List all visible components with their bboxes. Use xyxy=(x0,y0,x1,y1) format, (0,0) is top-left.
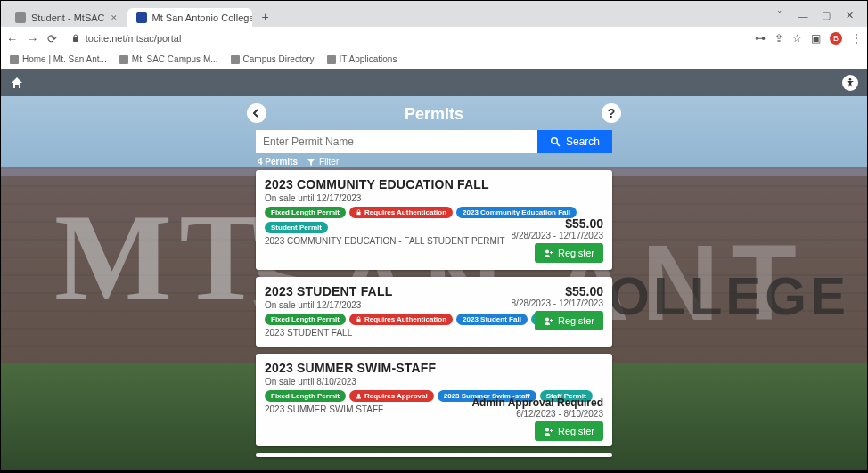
permit-price: $55.00 xyxy=(512,284,603,298)
bookmark-item[interactable]: Home | Mt. San Ant... xyxy=(10,54,107,64)
bookmark-icon xyxy=(327,55,336,64)
favicon-icon xyxy=(136,12,147,23)
search-row: Search xyxy=(256,130,612,153)
search-input[interactable] xyxy=(256,130,537,153)
results-meta: 4 Permits Filter xyxy=(256,153,612,170)
portal-background: MT. SAN ANT NIO COLLEGE Permits ? Search… xyxy=(0,69,868,471)
svg-point-9 xyxy=(545,428,549,431)
reload-icon[interactable]: ⟳ xyxy=(47,32,57,45)
permit-card-peek xyxy=(256,453,612,457)
lock-icon xyxy=(71,34,80,43)
permit-card: 2023 STUDENT FALL On sale until 12/17/20… xyxy=(256,277,612,347)
star-icon[interactable]: ☆ xyxy=(792,32,802,45)
svg-point-8 xyxy=(357,394,360,396)
filter-label: Filter xyxy=(319,157,339,167)
help-button[interactable]: ? xyxy=(602,103,621,123)
register-button[interactable]: Register xyxy=(535,421,603,441)
svg-rect-6 xyxy=(356,319,360,322)
bookmark-item[interactable]: IT Applications xyxy=(327,54,397,64)
register-label: Register xyxy=(558,315,594,326)
back-button[interactable] xyxy=(247,103,266,123)
window-controls: ˅ — ▢ ✕ xyxy=(767,10,862,27)
minimize-icon[interactable]: — xyxy=(798,11,808,21)
permit-card: 2023 COMMUNITY EDUCATION FALL On sale un… xyxy=(256,170,612,270)
sale-until: On sale until 12/17/2023 xyxy=(265,193,603,203)
browser-toolbar: ← → ⟳ ⊶ ⇪ ☆ ▣ B ⋮ xyxy=(0,27,868,50)
user-plus-icon xyxy=(544,316,553,326)
user-plus-icon xyxy=(544,427,553,436)
tab-title: Student - MtSAC xyxy=(31,12,105,23)
browser-tab[interactable]: Student - MtSAC ✕ xyxy=(6,8,127,27)
svg-rect-0 xyxy=(73,37,78,42)
permit-title: 2023 SUMMER SWIM-STAFF xyxy=(265,361,603,375)
forward-icon[interactable]: → xyxy=(27,32,38,45)
close-icon[interactable]: ✕ xyxy=(111,14,119,22)
svg-point-2 xyxy=(552,138,558,144)
lock-icon xyxy=(356,209,362,216)
bookmark-item[interactable]: Campus Directory xyxy=(231,54,315,64)
url-input[interactable] xyxy=(86,33,741,44)
permit-dates: 8/28/2023 - 12/17/2023 xyxy=(512,298,603,308)
permit-dates: 8/28/2023 - 12/17/2023 xyxy=(512,231,603,241)
filter-button[interactable]: Filter xyxy=(307,157,339,167)
key-icon[interactable]: ⊶ xyxy=(755,32,766,45)
share-icon[interactable]: ⇪ xyxy=(774,32,783,45)
register-label: Register xyxy=(558,426,594,436)
page-title: Permits xyxy=(405,105,463,124)
site-top-bar xyxy=(1,69,867,96)
new-tab-button[interactable]: + xyxy=(256,7,275,27)
search-icon xyxy=(550,136,561,147)
close-window-icon[interactable]: ✕ xyxy=(844,10,855,21)
tag-requires-auth: Requires Authentication xyxy=(349,207,453,218)
tag-student-permit: Student Permit xyxy=(265,222,328,233)
tab-title: Mt San Antonio College Citizen I xyxy=(152,12,252,23)
permit-dates: 6/12/2023 - 8/10/2023 xyxy=(471,409,603,419)
svg-point-5 xyxy=(545,249,549,253)
bookmark-item[interactable]: Mt. SAC Campus M... xyxy=(119,54,218,64)
accessibility-icon[interactable] xyxy=(842,75,858,91)
browser-tab-active[interactable]: Mt San Antonio College Citizen I ✕ xyxy=(127,8,252,27)
bookmark-label: IT Applications xyxy=(340,54,397,64)
center-column: Permits ? Search 4 Permits Filter 2023 C… xyxy=(256,102,612,457)
arrow-left-icon xyxy=(251,108,262,118)
permit-card: 2023 SUMMER SWIM-STAFF On sale until 8/1… xyxy=(256,354,612,446)
extensions-icon[interactable]: ▣ xyxy=(811,32,821,45)
tag-fixed-length: Fixed Length Permit xyxy=(265,390,346,402)
tag-requires-approval: Requires Approval xyxy=(349,390,434,402)
sale-until: On sale until 8/10/2023 xyxy=(265,377,603,387)
chevron-down-icon[interactable]: ˅ xyxy=(774,10,785,21)
user-icon xyxy=(356,393,362,399)
register-label: Register xyxy=(558,248,594,258)
svg-point-7 xyxy=(545,317,549,321)
search-button[interactable]: Search xyxy=(537,130,612,153)
svg-rect-4 xyxy=(356,212,360,215)
bookmark-label: Campus Directory xyxy=(243,54,315,64)
tag-fixed-length: Fixed Length Permit xyxy=(265,207,346,218)
favicon-icon xyxy=(15,12,26,23)
bookmark-icon xyxy=(231,55,240,64)
tag-requires-auth: Requires Authentication xyxy=(349,314,453,325)
menu-icon[interactable]: ⋮ xyxy=(851,32,862,45)
permit-price: $55.00 xyxy=(512,216,603,231)
bookmarks-bar: Home | Mt. San Ant... Mt. SAC Campus M..… xyxy=(0,50,868,69)
lock-icon xyxy=(356,316,362,322)
user-plus-icon xyxy=(544,249,553,258)
register-button[interactable]: Register xyxy=(535,311,603,330)
bookmark-label: Mt. SAC Campus M... xyxy=(132,54,218,64)
svg-point-1 xyxy=(849,78,852,81)
bookmark-icon xyxy=(119,55,128,64)
maximize-icon[interactable]: ▢ xyxy=(821,10,831,21)
approval-required: Admin Approval Required xyxy=(471,396,603,409)
permit-title: 2023 COMMUNITY EDUCATION FALL xyxy=(265,177,603,192)
permit-list: 2023 COMMUNITY EDUCATION FALL On sale un… xyxy=(256,170,612,457)
filter-icon xyxy=(307,158,315,167)
svg-line-3 xyxy=(557,143,560,146)
back-icon[interactable]: ← xyxy=(6,32,18,45)
search-button-label: Search xyxy=(566,135,600,148)
tag-fixed-length: Fixed Length Permit xyxy=(265,314,346,325)
profile-avatar[interactable]: B xyxy=(830,32,842,45)
register-button[interactable]: Register xyxy=(535,243,603,263)
home-icon[interactable] xyxy=(10,76,24,90)
address-bar[interactable] xyxy=(66,33,746,44)
browser-tab-strip: Student - MtSAC ✕ Mt San Antonio College… xyxy=(0,0,868,27)
